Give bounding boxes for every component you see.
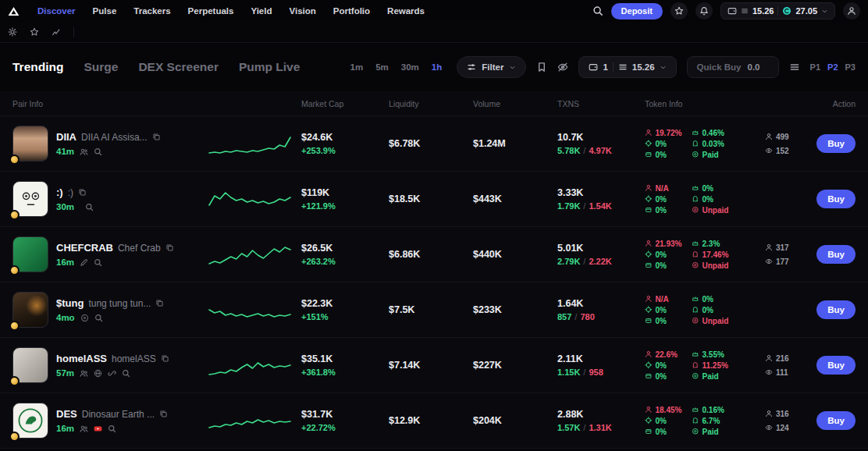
search-icon[interactable] bbox=[592, 5, 603, 16]
hide-tokens-icon[interactable] bbox=[557, 62, 568, 73]
nav-item-rewards[interactable]: Rewards bbox=[387, 6, 425, 16]
watchers-count-icon bbox=[765, 147, 773, 154]
tab-dex-screener[interactable]: DEX Screener bbox=[138, 60, 219, 74]
buy-button[interactable]: Buy bbox=[816, 134, 856, 153]
wallet-selector[interactable]: 1 15.26 bbox=[578, 56, 676, 78]
nav-item-vision[interactable]: Vision bbox=[289, 6, 315, 16]
copy-address-icon[interactable] bbox=[165, 243, 174, 252]
action-cell: Buy bbox=[796, 190, 856, 208]
users-icon[interactable] bbox=[80, 147, 88, 156]
users-icon[interactable] bbox=[80, 369, 88, 378]
nav-item-pulse[interactable]: Pulse bbox=[93, 6, 117, 16]
copy-address-icon[interactable] bbox=[161, 354, 169, 363]
timeframe-1h[interactable]: 1h bbox=[427, 60, 446, 74]
link-icon[interactable] bbox=[108, 369, 116, 378]
copy-address-icon[interactable] bbox=[152, 133, 161, 141]
filter-bar: TrendingSurgeDEX ScreenerPump Live 1m5m3… bbox=[0, 43, 868, 91]
favorites-icon[interactable] bbox=[671, 2, 688, 20]
deposit-button[interactable]: Deposit bbox=[611, 3, 663, 20]
liquidity-cell: $6.86K bbox=[389, 249, 473, 260]
buy-button[interactable]: Buy bbox=[816, 245, 856, 264]
youtube-icon[interactable] bbox=[94, 424, 102, 433]
copy-address-icon[interactable] bbox=[78, 188, 87, 197]
txns-total: 10.7K bbox=[557, 132, 645, 143]
nav-item-discover[interactable]: Discover bbox=[37, 6, 76, 16]
token-search-icon[interactable] bbox=[94, 258, 102, 267]
preset-p1[interactable]: P1 bbox=[810, 62, 820, 72]
market-cap-cell: $26.5K +263.2% bbox=[301, 243, 389, 266]
token-search-icon[interactable] bbox=[85, 203, 94, 211]
table-row[interactable]: $tung tung tung tun... 4mo $22.3K +151% … bbox=[0, 282, 868, 338]
preset-switcher: P1P2P3 bbox=[810, 62, 856, 72]
nav-item-portfolio[interactable]: Portfolio bbox=[333, 6, 370, 16]
wallet-icon bbox=[727, 6, 737, 16]
token-search-icon[interactable] bbox=[94, 147, 102, 156]
filter-icon bbox=[467, 62, 476, 72]
holders-count-icon bbox=[765, 354, 773, 362]
top-nav: DiscoverPulseTrackersPerpetualsYieldVisi… bbox=[0, 0, 868, 22]
timeframe-5m[interactable]: 5m bbox=[371, 60, 393, 74]
tab-surge[interactable]: Surge bbox=[84, 60, 118, 74]
quick-buy-input[interactable]: Quick Buy 0.0 bbox=[687, 56, 779, 78]
market-cap-value: $22.3K bbox=[301, 298, 389, 309]
pair-info-cell: $tung tung tung tun... 4mo bbox=[12, 292, 209, 328]
sol-balance: 15.26 bbox=[752, 6, 774, 16]
liquidity-value: $7.14K bbox=[389, 360, 420, 371]
pencil-icon[interactable] bbox=[80, 258, 88, 267]
table-row[interactable]: homelASS homelASS 57m $35.1K +361.8% $7.… bbox=[0, 338, 868, 393]
target-icon[interactable] bbox=[80, 314, 89, 322]
token-avatar[interactable] bbox=[12, 403, 48, 439]
buy-button[interactable]: Buy bbox=[816, 300, 856, 319]
watchlist-star-icon[interactable] bbox=[30, 27, 39, 37]
notifications-icon[interactable] bbox=[695, 2, 713, 20]
table-row[interactable]: :) :) 30m $119K +121.9% $18.5K $443K bbox=[0, 172, 868, 227]
timeframe-30m[interactable]: 30m bbox=[397, 60, 424, 74]
token-search-icon[interactable] bbox=[122, 369, 130, 378]
profile-icon[interactable] bbox=[843, 2, 860, 20]
token-avatar[interactable] bbox=[12, 126, 48, 162]
table-row[interactable]: CHEFCRAB Chef Crab 16m $26.5K +263.2% $6… bbox=[0, 227, 868, 282]
users-icon[interactable] bbox=[80, 424, 88, 433]
nav-item-perpetuals[interactable]: Perpetuals bbox=[188, 6, 234, 16]
nav-item-yield[interactable]: Yield bbox=[251, 6, 272, 16]
buy-button[interactable]: Buy bbox=[816, 356, 856, 375]
tab-pump-live[interactable]: Pump Live bbox=[239, 60, 300, 74]
insiders-icon bbox=[692, 140, 699, 147]
price-sparkline bbox=[209, 405, 301, 437]
copy-address-icon[interactable] bbox=[159, 410, 168, 418]
tab-trending[interactable]: Trending bbox=[12, 60, 63, 74]
chart-icon[interactable] bbox=[52, 27, 61, 37]
preset-p3[interactable]: P3 bbox=[845, 62, 856, 72]
bookmark-icon[interactable] bbox=[536, 62, 547, 73]
table-row[interactable]: DIIA DIIA AI Assisa... 41m $24.6K +253.9… bbox=[0, 116, 868, 172]
token-avatar[interactable] bbox=[12, 292, 48, 328]
token-avatar[interactable] bbox=[12, 181, 48, 217]
snipers-icon bbox=[645, 361, 653, 369]
copy-address-icon[interactable] bbox=[155, 299, 164, 307]
table-row[interactable]: DES Dinosaur Earth ... 16m $31.7K +22.72… bbox=[0, 393, 868, 449]
globe-icon[interactable] bbox=[94, 369, 102, 378]
nav-item-trackers[interactable]: Trackers bbox=[133, 6, 170, 16]
token-links bbox=[80, 314, 89, 322]
preset-list-icon[interactable] bbox=[789, 62, 800, 73]
market-cap-cell: $119K +121.9% bbox=[301, 187, 389, 211]
token-avatar[interactable] bbox=[12, 347, 48, 383]
token-search-icon[interactable] bbox=[94, 314, 103, 322]
filter-button[interactable]: Filter bbox=[457, 56, 526, 78]
preset-p2[interactable]: P2 bbox=[827, 62, 838, 72]
buy-button[interactable]: Buy bbox=[816, 411, 856, 430]
column-header-txns: TXNS bbox=[557, 99, 645, 108]
pair-text: $tung tung tung tun... 4mo bbox=[56, 297, 164, 322]
dev-holdings-icon bbox=[692, 295, 699, 303]
token-links bbox=[80, 147, 88, 156]
token-search-icon[interactable] bbox=[108, 424, 116, 433]
timeframe-1m[interactable]: 1m bbox=[346, 60, 368, 74]
token-avatar[interactable] bbox=[12, 236, 48, 272]
balance-pill[interactable]: 15.26 27.05 bbox=[720, 2, 835, 20]
quick-buy-value: 0.0 bbox=[747, 62, 760, 72]
axiom-logo[interactable] bbox=[8, 6, 25, 16]
bundlers-icon bbox=[645, 206, 653, 214]
buy-button[interactable]: Buy bbox=[816, 190, 856, 208]
token-symbol: $tung bbox=[56, 297, 84, 309]
settings-icon[interactable] bbox=[8, 27, 17, 37]
